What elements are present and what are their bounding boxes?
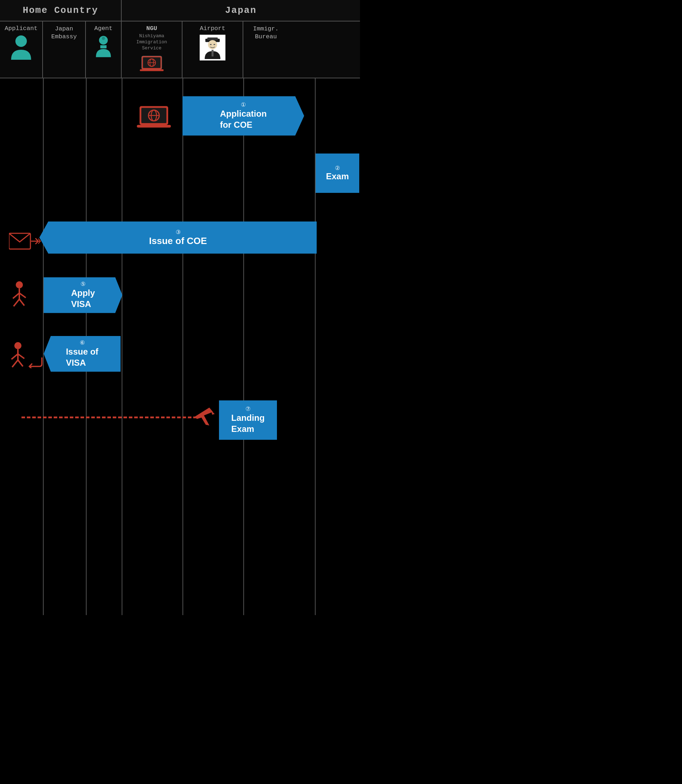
- svg-rect-14: [210, 44, 212, 45]
- col-label-ngu-sub: NishiyamaImmigrationService: [136, 33, 167, 51]
- mail-icon: [9, 230, 41, 252]
- step2-num: ②: [335, 164, 340, 171]
- step7-label: LandingExam: [231, 412, 265, 434]
- svg-line-36: [18, 360, 23, 367]
- svg-line-33: [11, 354, 18, 359]
- step5-label: ApplyVISA: [71, 287, 95, 309]
- svg-rect-2: [100, 45, 107, 48]
- svg-line-34: [18, 354, 24, 359]
- process-area: ① Applicationfor COE ② Exam ③: [0, 78, 360, 615]
- col-label-applicant: Applicant: [5, 25, 38, 32]
- coe-laptop-icon-area: [129, 96, 179, 139]
- step1-label: Applicationfor COE: [220, 108, 267, 130]
- agent-icon: [93, 35, 113, 57]
- step6-label: Issue ofVISA: [66, 346, 99, 368]
- col-label-agent: Agent: [94, 25, 112, 32]
- step1-num: ①: [241, 101, 246, 108]
- divider-4: [182, 78, 183, 615]
- svg-line-30: [19, 299, 24, 306]
- divider-1: [43, 78, 44, 615]
- svg-line-29: [14, 299, 19, 306]
- col-label-ngu-title: NGU: [147, 25, 158, 32]
- divider-3: [122, 78, 123, 615]
- coe-laptop-icon: [136, 104, 172, 132]
- japan-label: Japan: [122, 0, 360, 21]
- svg-point-25: [16, 281, 23, 288]
- svg-rect-21: [137, 125, 171, 128]
- column-headers: Applicant JapanEmbassy Agent: [0, 21, 360, 78]
- col-header-immig: Immigr.Bureau: [243, 21, 288, 78]
- col-label-embassy: JapanEmbassy: [51, 25, 76, 41]
- col-header-agent: Agent: [86, 21, 122, 78]
- svg-point-3: [102, 37, 105, 40]
- col-header-embassy: JapanEmbassy: [43, 21, 86, 78]
- step2-label: Exam: [326, 171, 349, 182]
- step5-box: ⑤ ApplyVISA: [44, 277, 123, 313]
- airplane-icon-area: [191, 404, 217, 430]
- diagram: Home Country Japan Applicant JapanEmbass…: [0, 0, 360, 615]
- ngu-laptop-icon: [139, 54, 164, 74]
- step6-num: ⑥: [80, 339, 85, 346]
- step7-box: ⑦ LandingExam: [219, 400, 277, 440]
- col-label-immig: Immigr.Bureau: [253, 25, 278, 41]
- home-country-label: Home Country: [0, 0, 122, 21]
- region-labels-row: Home Country Japan: [0, 0, 360, 21]
- applicant-icon: [10, 35, 33, 60]
- walk5-svg: [10, 280, 29, 313]
- svg-line-28: [19, 293, 26, 298]
- step2-box: ② Exam: [316, 153, 359, 193]
- airport-officer-icon: [202, 36, 223, 59]
- svg-rect-13: [212, 50, 213, 56]
- step3-num: ③: [176, 229, 181, 236]
- svg-line-35: [12, 360, 18, 367]
- svg-point-31: [14, 342, 21, 349]
- step3-label: Issue of COE: [149, 236, 207, 247]
- walk6-svg: [9, 341, 27, 374]
- col-header-ngu: NGU NishiyamaImmigrationService: [122, 21, 182, 78]
- return-arrow-svg: [26, 354, 44, 368]
- svg-point-0: [15, 35, 27, 47]
- walking-person-5-icon: [5, 279, 33, 314]
- airplane-svg: [191, 404, 217, 429]
- svg-rect-15: [214, 44, 215, 45]
- mail-icon-area: [7, 229, 43, 254]
- col-header-applicant: Applicant: [0, 21, 43, 78]
- col-label-airport: Airport: [200, 25, 225, 32]
- svg-rect-9: [140, 69, 164, 71]
- svg-rect-11: [207, 38, 218, 40]
- return-arrow-icon: [26, 354, 44, 368]
- flight-dashed-line: [21, 416, 197, 418]
- svg-line-27: [13, 293, 19, 298]
- step5-num: ⑤: [81, 280, 86, 287]
- col-header-airport: Airport: [182, 21, 243, 78]
- step1-box: ① Applicationfor COE: [182, 96, 304, 135]
- step3-box: ③ Issue of COE: [39, 221, 317, 254]
- step6-box: ⑥ Issue ofVISA: [44, 336, 121, 372]
- step7-num: ⑦: [245, 405, 250, 412]
- divider-5: [243, 78, 244, 615]
